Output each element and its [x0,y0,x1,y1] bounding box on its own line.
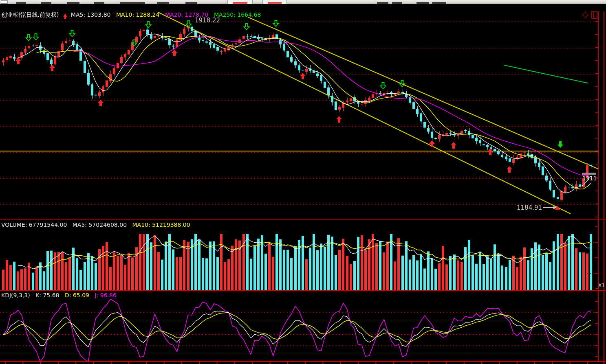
menu-highlight-button[interactable] [227,0,253,4]
volume-ma10-value: MA10: 51219388.00 [132,221,190,228]
menu-text-fragment [157,2,169,4]
menu-text-fragment [16,2,26,4]
trading-app-window: 创业板指(日线.前复权) MA5: 1303.80 MA10: 1288.24 … [0,0,606,364]
last-price-label: 1311 [582,175,597,182]
menu-highlight-fragment [268,2,282,4]
menu-highlight-button[interactable] [262,0,287,4]
menu-text-fragment [67,2,79,4]
kdj-d-value: D: 65.09 [65,292,89,298]
kdj-params: KDJ(9,3,3) [1,292,30,298]
ma250-value: MA250: 1664.68 [214,11,261,18]
kdj-pane-header: KDJ(9,3,3) K: 75.68 D: 65.09 J: 96.86 [1,292,120,298]
menu-bar[interactable] [0,0,606,4]
menu-text-fragment [120,2,145,4]
volume-ma5-value: MA5: 57024608.00 [73,221,127,228]
ma10-value: MA10: 1288.24 [116,11,160,18]
chart-canvas[interactable] [0,0,606,364]
volume-scale-label: X1 [598,283,605,288]
trend-up-icon [63,13,67,17]
main-chart-header: 创业板指(日线.前复权) MA5: 1303.80 MA10: 1288.24 … [1,11,264,19]
panel-toggle-icon[interactable] [591,11,597,19]
window-icon [1,0,8,4]
volume-value: VOLUME: 67791544.00 [1,221,67,228]
menu-text-fragment [377,2,388,4]
menu-text-fragment [94,2,104,4]
menu-text-fragment [41,2,51,4]
kdj-k-value: K: 75.68 [35,292,59,298]
menu-text-fragment [416,2,429,4]
peak-price-annotation: 1918.22 [195,17,220,24]
menu-text-fragment [392,2,402,4]
symbol-title: 创业板指(日线.前复权) [1,11,59,18]
last-price-marker [582,173,596,175]
menu-text-fragment [432,2,446,4]
menu-highlight-fragment [233,2,247,4]
kdj-j-value: J: 96.86 [95,292,116,298]
menu-text-fragment [185,2,197,4]
trough-price-annotation: 1184.91 [517,204,542,211]
ma5-value: MA5: 1303.80 [71,11,111,18]
volume-pane-header: VOLUME: 67791544.00 MA5: 57024608.00 MA1… [1,221,194,228]
